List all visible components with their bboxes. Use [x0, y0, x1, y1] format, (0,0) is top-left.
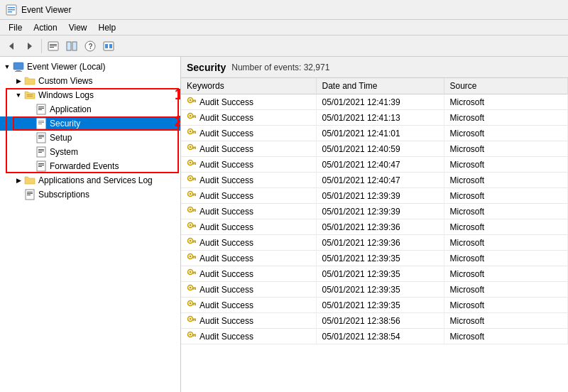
- event-source-cell: Microsoft: [444, 157, 568, 173]
- key-icon: [187, 299, 197, 311]
- key-icon: [187, 174, 197, 186]
- event-keyword: Audit Success: [200, 129, 253, 138]
- table-row[interactable]: Audit Success 05/01/2021 12:39:35Microso…: [181, 266, 568, 282]
- key-icon: [187, 315, 197, 327]
- svg-rect-75: [193, 180, 195, 181]
- svg-point-117: [190, 318, 192, 320]
- event-source-cell: Microsoft: [444, 329, 568, 344]
- menu-file[interactable]: File: [3, 21, 28, 34]
- forward-button[interactable]: [21, 38, 38, 55]
- key-icon: [187, 96, 197, 108]
- tree-item-security[interactable]: ▶ Security: [0, 116, 180, 131]
- back-button[interactable]: [3, 38, 20, 55]
- table-row[interactable]: Audit Success 05/01/2021 12:41:13Microso…: [181, 110, 568, 126]
- svg-rect-37: [38, 152, 42, 153]
- col-datetime: Date and Time: [316, 78, 444, 94]
- svg-rect-3: [8, 11, 12, 13]
- event-datetime-cell: 05/01/2021 12:38:56: [316, 313, 444, 329]
- svg-rect-35: [38, 149, 44, 150]
- computer-icon: [13, 61, 24, 72]
- folder-icon-app-services: [24, 175, 36, 186]
- svg-rect-25: [38, 109, 42, 110]
- event-keyword: Audit Success: [200, 269, 253, 279]
- tree-label-app-services: Applications and Services Log: [38, 175, 153, 185]
- svg-rect-31: [38, 135, 44, 136]
- folder-icon-custom: [24, 75, 36, 87]
- table-row[interactable]: Audit Success 05/01/2021 12:39:35Microso…: [181, 298, 568, 313]
- svg-point-107: [190, 287, 192, 289]
- event-source-cell: Microsoft: [444, 219, 568, 235]
- main-content: ▼ Event Viewer (Local) ▶ Custom Views: [0, 57, 568, 392]
- tree-item-app-services[interactable]: ▶ Applications and Services Log: [0, 173, 180, 187]
- tree-item-setup[interactable]: ▶ Setup: [0, 131, 180, 145]
- tree-item-root[interactable]: ▼ Event Viewer (Local): [0, 60, 180, 74]
- events-table[interactable]: Keywords Date and Time Source Audit Succ…: [181, 78, 568, 392]
- tree-item-subscriptions[interactable]: ▶ Subscriptions: [0, 187, 180, 202]
- tree-label-system: System: [50, 147, 78, 157]
- event-source-cell: Microsoft: [444, 110, 568, 126]
- event-datetime-cell: 05/01/2021 12:40:47: [316, 157, 444, 173]
- tree-label-application: Application: [50, 104, 92, 114]
- table-row[interactable]: Audit Success 05/01/2021 12:40:47Microso…: [181, 157, 568, 173]
- customviews-button[interactable]: [100, 38, 117, 55]
- table-row[interactable]: Audit Success 05/01/2021 12:39:36Microso…: [181, 235, 568, 251]
- event-keyword-cell: Audit Success: [181, 235, 316, 251]
- svg-rect-83: [192, 209, 196, 211]
- svg-rect-44: [27, 193, 33, 194]
- event-datetime-cell: 05/01/2021 12:39:36: [316, 235, 444, 251]
- table-row[interactable]: Audit Success 05/01/2021 12:39:39Microso…: [181, 188, 568, 204]
- svg-rect-48: [192, 100, 196, 102]
- table-row[interactable]: Audit Success 05/01/2021 12:39:36Microso…: [181, 219, 568, 235]
- tree-item-custom-views[interactable]: ▶ Custom Views: [0, 74, 180, 88]
- log-icon-setup: [36, 132, 47, 143]
- menu-view[interactable]: View: [63, 21, 93, 34]
- svg-rect-110: [193, 289, 195, 290]
- table-row[interactable]: Audit Success 05/01/2021 12:38:56Microso…: [181, 313, 568, 329]
- table-row[interactable]: Audit Success 05/01/2021 12:41:01Microso…: [181, 126, 568, 141]
- event-source-cell: Microsoft: [444, 188, 568, 204]
- table-row[interactable]: Audit Success 05/01/2021 12:38:54Microso…: [181, 329, 568, 344]
- event-keyword-cell: Audit Success: [181, 313, 316, 329]
- event-datetime-cell: 05/01/2021 12:39:35: [316, 266, 444, 282]
- event-datetime-cell: 05/01/2021 12:39:35: [316, 298, 444, 313]
- event-datetime-cell: 05/01/2021 12:39:39: [316, 204, 444, 219]
- event-keyword-cell: Audit Success: [181, 110, 316, 126]
- svg-rect-103: [192, 272, 196, 273]
- event-keyword: Audit Success: [200, 175, 253, 185]
- event-source-cell: Microsoft: [444, 266, 568, 282]
- expand-windows-logs: ▼: [14, 91, 23, 99]
- svg-rect-45: [27, 195, 31, 195]
- svg-rect-24: [38, 108, 44, 109]
- tree-item-windows-logs[interactable]: ▼ Windows Logs: [0, 88, 180, 102]
- columns-button[interactable]: [63, 38, 80, 55]
- table-row[interactable]: Audit Success 05/01/2021 12:39:35Microso…: [181, 282, 568, 298]
- svg-rect-118: [192, 319, 196, 320]
- key-icon: [187, 252, 197, 264]
- svg-rect-100: [193, 258, 195, 259]
- tree-label-root: Event Viewer (Local): [27, 62, 106, 72]
- menu-action[interactable]: Action: [28, 21, 62, 34]
- menu-help[interactable]: Help: [93, 21, 122, 34]
- tree-item-forwarded-events[interactable]: ▶ Forwarded Events: [0, 159, 180, 173]
- svg-rect-93: [192, 241, 196, 242]
- svg-rect-64: [195, 148, 196, 150]
- table-row[interactable]: Audit Success 05/01/2021 12:39:39Microso…: [181, 204, 568, 219]
- svg-rect-119: [195, 320, 196, 322]
- table-row[interactable]: Audit Success 05/01/2021 12:40:47Microso…: [181, 173, 568, 188]
- event-datetime-cell: 05/01/2021 12:39:39: [316, 188, 444, 204]
- table-row[interactable]: Audit Success 05/01/2021 12:40:59Microso…: [181, 141, 568, 157]
- event-keyword-cell: Audit Success: [181, 298, 316, 313]
- windows-logs-group: 1 ▼ Windows Logs ▶: [0, 88, 180, 173]
- event-keyword: Audit Success: [200, 254, 253, 263]
- tree-item-system[interactable]: ▶ System: [0, 145, 180, 159]
- event-keyword-cell: Audit Success: [181, 251, 316, 266]
- event-source-cell: Microsoft: [444, 282, 568, 298]
- svg-rect-109: [195, 289, 196, 290]
- svg-rect-105: [193, 273, 195, 275]
- help-button[interactable]: ?: [82, 38, 99, 55]
- table-row[interactable]: Audit Success 05/01/2021 12:39:35Microso…: [181, 251, 568, 266]
- tree-label-forwarded: Forwarded Events: [50, 161, 119, 171]
- tree-item-application[interactable]: ▶ Application: [0, 102, 180, 116]
- properties-button[interactable]: [45, 38, 62, 55]
- table-row[interactable]: Audit Success 05/01/2021 12:41:39Microso…: [181, 94, 568, 110]
